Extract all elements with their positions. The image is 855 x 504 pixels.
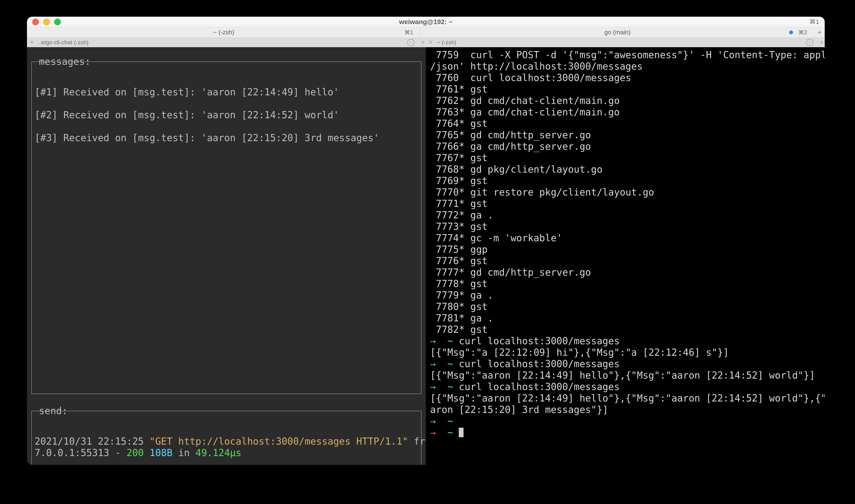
prompt-arrow-icon: → [430,381,436,392]
prompt-path: ~ [447,427,453,438]
prompt-arrow-icon: → [430,358,436,369]
prompt-line: → ~ [430,415,820,427]
history-line: 7759 curl -X POST -d '{"msg":"awesomenes… [430,49,820,72]
pane-drag-icon[interactable]: ≡ [820,39,822,46]
output-line: [{"Msg":"aaron [22:14:49] hello"},{"Msg"… [430,370,820,381]
log-in: in [173,447,195,458]
history-line: 7776* gst [430,255,820,267]
log-request: "GET http://localhost:3000/messages HTTP… [150,436,408,447]
profile-tab-shortcut: ⌘1 [404,29,413,36]
prompt-command: curl localhost:3000/messages [453,358,620,369]
activity-dot-icon [789,31,793,34]
profile-tab-shortcut: ⌘2 [798,29,807,36]
profile-tab-label: ~ (-zsh) [213,29,234,36]
cursor-icon [459,428,464,437]
history-line: 7761* gst [430,84,820,95]
message-line: [#1] Received on [msg.test]: 'aaron [22:… [35,86,418,98]
output-line: [{"Msg":"a [22:12:09] hi"},{"Msg":"a [22… [430,347,820,358]
pane-menu-icon[interactable]: − [407,39,414,46]
history-line: 7779* ga . [430,289,820,301]
log-timestamp: 2021/10/31 22:15:25 [35,436,150,447]
history-line: 7760 curl localhost:3000/messages [430,72,820,84]
history-line: 7769* gst [430,175,820,186]
pane-tab-label: ~ (-zsh) [435,39,458,46]
prompt-path: ~ [447,381,453,392]
prompt-line: → ~ [430,427,820,438]
prompt-line: → ~ curl localhost:3000/messages [430,358,820,370]
history-line: 7777* gd cmd/http_server.go [430,267,820,278]
profile-tab-right[interactable]: go (main) ⌘2 [421,27,814,37]
profile-tab-left[interactable]: ~ (-zsh) ⌘1 [27,27,421,37]
history-line: 7764* gst [430,118,820,129]
close-tab-icon[interactable]: ✕ [27,39,36,46]
log-bytes: 108B [144,447,173,458]
history-line: 7770* git restore pkg/client/layout.go [430,186,820,198]
titlebar: weiwang@192: ~ ⌘1 [27,17,825,27]
history-line: 7763* ga cmd/chat-client/main.go [430,106,820,118]
history-line: 7775* ggp [430,244,820,255]
window-title: weiwang@192: ~ [27,18,825,26]
prompt-line: → ~ curl localhost:3000/messages [430,381,820,392]
history-line: 7780* gst [430,301,820,312]
output-line: [{"Msg":"aaron [22:14:49] hello"},{"Msg"… [430,392,820,415]
split-container: ✕ ..e/go-cli-chat (-zsh) − ≡ messages: [… [27,38,825,465]
prompt-arrow-icon: → [430,336,436,346]
profile-bar: ~ (-zsh) ⌘1 go (main) ⌘2 + [27,27,825,38]
history-line: 7765* gd cmd/http_server.go [430,129,820,141]
prompt-command: curl localhost:3000/messages [453,336,620,346]
log-duration: 49.124µs [195,447,241,458]
prompt-line: → ~ curl localhost:3000/messages [430,335,820,347]
log-status: 200 [126,447,144,458]
add-tab-button[interactable]: + [815,27,825,37]
prompt-arrow-icon: → [430,427,436,438]
prompt-command: curl localhost:3000/messages [453,381,620,392]
terminal-window: weiwang@192: ~ ⌘1 ~ (-zsh) ⌘1 go (main) … [27,17,825,465]
history-line: 7778* gst [430,278,820,289]
close-tab-icon[interactable]: ✕ [426,39,435,46]
terminal-right[interactable]: 7759 curl -X POST -d '{"msg":"awesomenes… [426,47,825,465]
history-line: 7766* ga cmd/http_server.go [430,141,820,152]
history-line: 7782* gst [430,324,820,335]
send-panel: send: 2021/10/31 22:15:25 "GET http://lo… [31,411,421,465]
history-line: 7773* gst [430,221,820,232]
message-line: [#3] Received on [msg.test]: 'aaron [22:… [35,132,418,144]
terminal-left[interactable]: messages: [#1] Received on [msg.test]: '… [27,47,426,465]
message-line: [#2] Received on [msg.test]: 'aaron [22:… [35,109,418,121]
pane-tabbar-left: ✕ ..e/go-cli-chat (-zsh) − ≡ [27,38,426,47]
messages-panel: messages: [#1] Received on [msg.test]: '… [31,61,421,394]
pane-right: ✕ ~ (-zsh) − ≡ 7759 curl -X POST -d '{"m… [426,38,825,465]
pane-drag-icon[interactable]: ≡ [421,39,423,46]
pane-left: ✕ ..e/go-cli-chat (-zsh) − ≡ messages: [… [27,38,426,465]
prompt-arrow-icon: → [430,416,436,427]
profile-tab-label: go (main) [605,29,631,36]
messages-panel-title: messages: [37,56,92,67]
history-line: 7772* ga . [430,209,820,221]
history-line: 7774* gc -m 'workable' [430,232,820,244]
history-line: 7767* gst [430,152,820,164]
prompt-command [453,427,459,438]
prompt-path: ~ [447,336,453,346]
prompt-path: ~ [447,416,453,427]
history-line: 7768* gd pkg/client/layout.go [430,164,820,175]
pane-tab-label: ..e/go-cli-chat (-zsh) [36,39,90,46]
send-panel-title: send: [37,405,69,416]
prompt-path: ~ [447,358,453,369]
pane-menu-icon[interactable]: − [806,39,813,46]
window-shortcut: ⌘1 [809,18,819,25]
history-line: 7781* ga . [430,312,820,324]
history-line: 7762* gd cmd/chat-client/main.go [430,95,820,106]
pane-tabbar-right: ✕ ~ (-zsh) − ≡ [426,38,825,47]
history-line: 7771* gst [430,198,820,209]
